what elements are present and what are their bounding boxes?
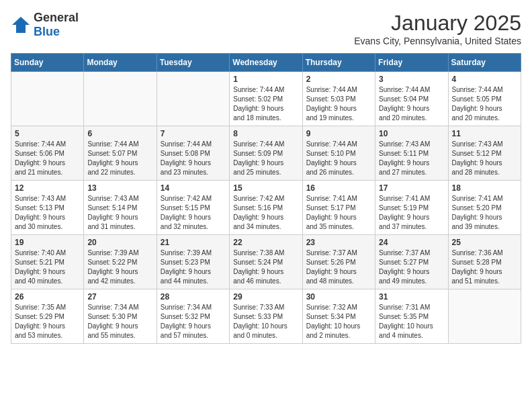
calendar-cell: 3Sunrise: 7:44 AM Sunset: 5:04 PM Daylig… (375, 72, 448, 126)
day-number: 19 (15, 238, 80, 247)
weekday-header: Tuesday (157, 54, 229, 72)
day-number: 31 (379, 292, 444, 302)
calendar-cell: 13Sunrise: 7:43 AM Sunset: 5:14 PM Dayli… (84, 181, 157, 235)
day-number: 7 (161, 129, 226, 138)
day-number: 2 (306, 75, 371, 84)
day-number: 22 (233, 238, 298, 247)
day-number: 28 (161, 292, 226, 302)
calendar-week-row: 19Sunrise: 7:40 AM Sunset: 5:21 PM Dayli… (11, 235, 521, 289)
day-number: 14 (161, 183, 226, 193)
day-detail: Sunrise: 7:43 AM Sunset: 5:12 PM Dayligh… (452, 140, 517, 177)
calendar-cell: 28Sunrise: 7:34 AM Sunset: 5:32 PM Dayli… (157, 289, 229, 344)
calendar-week-row: 5Sunrise: 7:44 AM Sunset: 5:06 PM Daylig… (11, 126, 521, 181)
calendar-cell: 31Sunrise: 7:31 AM Sunset: 5:35 PM Dayli… (375, 289, 448, 344)
day-number: 12 (15, 183, 80, 193)
calendar-cell: 21Sunrise: 7:39 AM Sunset: 5:23 PM Dayli… (157, 235, 229, 289)
day-detail: Sunrise: 7:44 AM Sunset: 5:02 PM Dayligh… (233, 85, 298, 123)
calendar-week-row: 1Sunrise: 7:44 AM Sunset: 5:02 PM Daylig… (11, 72, 521, 126)
day-number: 6 (87, 129, 152, 138)
day-number: 3 (379, 75, 444, 84)
calendar-cell (157, 72, 229, 126)
day-detail: Sunrise: 7:42 AM Sunset: 5:15 PM Dayligh… (161, 194, 226, 232)
calendar-cell: 20Sunrise: 7:39 AM Sunset: 5:22 PM Dayli… (84, 235, 157, 289)
day-number: 17 (379, 183, 444, 193)
day-detail: Sunrise: 7:39 AM Sunset: 5:23 PM Dayligh… (161, 248, 226, 286)
day-number: 25 (452, 238, 517, 247)
title-block: January 2025 Evans City, Pennsylvania, U… (354, 11, 521, 46)
calendar-cell: 22Sunrise: 7:38 AM Sunset: 5:24 PM Dayli… (230, 235, 302, 289)
calendar: SundayMondayTuesdayWednesdayThursdayFrid… (11, 53, 521, 344)
day-detail: Sunrise: 7:44 AM Sunset: 5:07 PM Dayligh… (87, 140, 152, 177)
weekday-header: Friday (375, 54, 448, 72)
page-header: General Blue January 2025 Evans City, Pe… (11, 11, 521, 46)
day-number: 21 (161, 238, 226, 247)
calendar-cell: 17Sunrise: 7:41 AM Sunset: 5:19 PM Dayli… (375, 181, 448, 235)
day-detail: Sunrise: 7:34 AM Sunset: 5:32 PM Dayligh… (161, 303, 226, 340)
logo-text: General Blue (34, 11, 79, 39)
calendar-cell: 2Sunrise: 7:44 AM Sunset: 5:03 PM Daylig… (302, 72, 375, 126)
day-detail: Sunrise: 7:41 AM Sunset: 5:17 PM Dayligh… (306, 194, 371, 232)
calendar-cell: 5Sunrise: 7:44 AM Sunset: 5:06 PM Daylig… (11, 126, 84, 181)
day-detail: Sunrise: 7:44 AM Sunset: 5:10 PM Dayligh… (306, 140, 371, 177)
logo-blue: Blue (34, 25, 60, 38)
day-detail: Sunrise: 7:43 AM Sunset: 5:11 PM Dayligh… (379, 140, 444, 177)
calendar-cell: 15Sunrise: 7:42 AM Sunset: 5:16 PM Dayli… (230, 181, 302, 235)
day-number: 26 (15, 292, 80, 302)
day-number: 30 (306, 292, 371, 302)
calendar-cell (84, 72, 157, 126)
weekday-header: Sunday (11, 54, 84, 72)
day-detail: Sunrise: 7:44 AM Sunset: 5:06 PM Dayligh… (15, 140, 80, 177)
calendar-header-row: SundayMondayTuesdayWednesdayThursdayFrid… (11, 54, 521, 72)
calendar-cell: 4Sunrise: 7:44 AM Sunset: 5:05 PM Daylig… (448, 72, 521, 126)
day-detail: Sunrise: 7:35 AM Sunset: 5:29 PM Dayligh… (15, 303, 80, 340)
calendar-cell: 12Sunrise: 7:43 AM Sunset: 5:13 PM Dayli… (11, 181, 84, 235)
calendar-cell: 18Sunrise: 7:41 AM Sunset: 5:20 PM Dayli… (448, 181, 521, 235)
calendar-cell: 23Sunrise: 7:37 AM Sunset: 5:26 PM Dayli… (302, 235, 375, 289)
day-detail: Sunrise: 7:40 AM Sunset: 5:21 PM Dayligh… (15, 248, 80, 286)
calendar-week-row: 26Sunrise: 7:35 AM Sunset: 5:29 PM Dayli… (11, 289, 521, 344)
day-detail: Sunrise: 7:31 AM Sunset: 5:35 PM Dayligh… (379, 303, 444, 340)
calendar-cell: 11Sunrise: 7:43 AM Sunset: 5:12 PM Dayli… (448, 126, 521, 181)
svg-marker-0 (12, 17, 30, 33)
day-number: 11 (452, 129, 517, 138)
calendar-cell: 16Sunrise: 7:41 AM Sunset: 5:17 PM Dayli… (302, 181, 375, 235)
day-number: 27 (87, 292, 152, 302)
calendar-cell: 8Sunrise: 7:44 AM Sunset: 5:09 PM Daylig… (230, 126, 302, 181)
day-number: 23 (306, 238, 371, 247)
day-detail: Sunrise: 7:33 AM Sunset: 5:33 PM Dayligh… (233, 303, 298, 340)
day-detail: Sunrise: 7:44 AM Sunset: 5:08 PM Dayligh… (161, 140, 226, 177)
calendar-cell: 24Sunrise: 7:37 AM Sunset: 5:27 PM Dayli… (375, 235, 448, 289)
day-number: 8 (233, 129, 298, 138)
day-detail: Sunrise: 7:41 AM Sunset: 5:20 PM Dayligh… (452, 194, 517, 232)
calendar-cell: 26Sunrise: 7:35 AM Sunset: 5:29 PM Dayli… (11, 289, 84, 344)
logo: General Blue (11, 11, 79, 39)
location: Evans City, Pennsylvania, United States (354, 36, 521, 46)
day-detail: Sunrise: 7:42 AM Sunset: 5:16 PM Dayligh… (233, 194, 298, 232)
logo-general: General (34, 11, 79, 24)
weekday-header: Monday (84, 54, 157, 72)
calendar-cell: 10Sunrise: 7:43 AM Sunset: 5:11 PM Dayli… (375, 126, 448, 181)
day-detail: Sunrise: 7:39 AM Sunset: 5:22 PM Dayligh… (87, 248, 152, 286)
day-detail: Sunrise: 7:44 AM Sunset: 5:05 PM Dayligh… (452, 85, 517, 123)
calendar-cell: 29Sunrise: 7:33 AM Sunset: 5:33 PM Dayli… (230, 289, 302, 344)
calendar-cell: 6Sunrise: 7:44 AM Sunset: 5:07 PM Daylig… (84, 126, 157, 181)
day-number: 29 (233, 292, 298, 302)
day-detail: Sunrise: 7:36 AM Sunset: 5:28 PM Dayligh… (452, 248, 517, 286)
weekday-header: Thursday (302, 54, 375, 72)
calendar-cell: 7Sunrise: 7:44 AM Sunset: 5:08 PM Daylig… (157, 126, 229, 181)
day-detail: Sunrise: 7:44 AM Sunset: 5:09 PM Dayligh… (233, 140, 298, 177)
calendar-cell: 27Sunrise: 7:34 AM Sunset: 5:30 PM Dayli… (84, 289, 157, 344)
day-number: 16 (306, 183, 371, 193)
day-detail: Sunrise: 7:37 AM Sunset: 5:26 PM Dayligh… (306, 248, 371, 286)
calendar-week-row: 12Sunrise: 7:43 AM Sunset: 5:13 PM Dayli… (11, 181, 521, 235)
day-number: 13 (87, 183, 152, 193)
weekday-header: Wednesday (230, 54, 302, 72)
logo-icon (11, 15, 31, 34)
calendar-cell: 19Sunrise: 7:40 AM Sunset: 5:21 PM Dayli… (11, 235, 84, 289)
calendar-cell: 30Sunrise: 7:32 AM Sunset: 5:34 PM Dayli… (302, 289, 375, 344)
day-detail: Sunrise: 7:41 AM Sunset: 5:19 PM Dayligh… (379, 194, 444, 232)
day-detail: Sunrise: 7:44 AM Sunset: 5:04 PM Dayligh… (379, 85, 444, 123)
day-number: 24 (379, 238, 444, 247)
day-detail: Sunrise: 7:43 AM Sunset: 5:13 PM Dayligh… (15, 194, 80, 232)
day-number: 9 (306, 129, 371, 138)
